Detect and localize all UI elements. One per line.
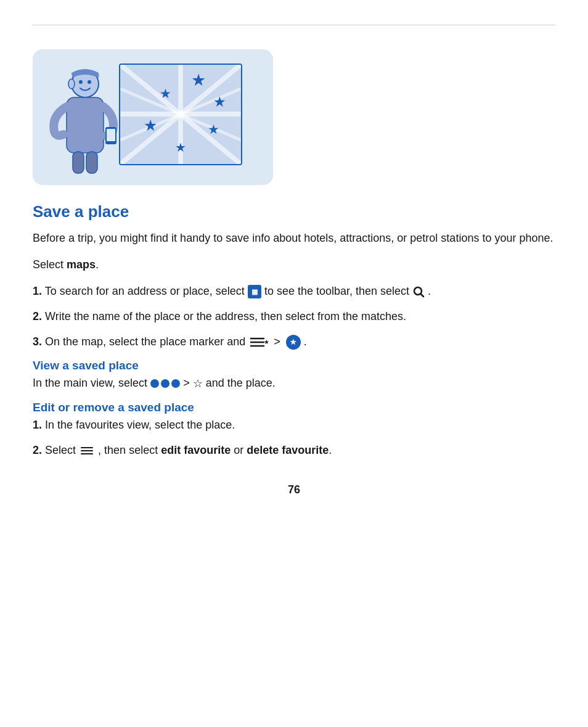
star-badge-icon: ★ [286, 335, 301, 350]
map-illustration: ★ ★ ★ ★ ★ ★ [119, 64, 242, 165]
view-saved-end: and the place. [206, 377, 276, 389]
svg-point-2 [88, 80, 91, 84]
menu-with-star-icon: ★ [250, 337, 269, 348]
svg-point-1 [79, 80, 83, 84]
step1-line: 1. To search for an address or place, se… [33, 283, 555, 300]
hamburger-line2 [81, 450, 93, 452]
view-saved-start: In the main view, select [33, 377, 147, 389]
step1-end-text: . [428, 285, 431, 297]
svg-rect-4 [67, 97, 104, 153]
dot1 [150, 379, 159, 388]
search-icon [412, 285, 425, 298]
page-number: 76 [33, 483, 555, 496]
step1-number: 1. [33, 285, 42, 297]
svg-line-23 [421, 294, 424, 297]
maps-bold: maps [67, 258, 96, 271]
step1-mid-text: to see the toolbar, then select [264, 285, 409, 297]
step1-text: To search for an address or place, selec… [45, 285, 245, 297]
edit-step2-mid: , then select [98, 444, 161, 456]
svg-text:★: ★ [213, 94, 226, 110]
main-content: ★ ★ ★ ★ ★ ★ Save a place Before a trip, … [0, 0, 588, 533]
svg-text:★: ★ [264, 339, 269, 345]
edit-step1-text: In the favourites view, select the place… [45, 419, 235, 431]
star-outline-icon: ☆ [193, 376, 203, 392]
illustration-container: ★ ★ ★ ★ ★ ★ [33, 49, 273, 185]
step3-final-text: . [304, 335, 307, 348]
svg-rect-8 [86, 152, 97, 173]
select-maps-period: . [96, 258, 99, 271]
select-maps-text: Select [33, 258, 67, 271]
dot3 [171, 379, 180, 388]
hamburger-line3 [81, 453, 93, 455]
hamburger-line1 [81, 447, 93, 449]
edit-step1-number: 1. [33, 419, 42, 431]
person-illustration [45, 60, 125, 175]
view-saved-text: In the main view, select > ☆ and the pla… [33, 375, 555, 392]
top-border [33, 25, 555, 25]
svg-text:★: ★ [160, 86, 171, 101]
svg-point-3 [68, 79, 75, 89]
view-saved-mid: > [183, 377, 190, 389]
toolbar-icon: ▦ [248, 285, 261, 298]
edit-step2-end: . [329, 444, 332, 456]
edit-step2-number: 2. [33, 444, 42, 456]
step3-end-text: > [274, 335, 280, 348]
delete-favourite-bold: delete favourite [247, 444, 329, 456]
select-maps-line: Select maps. [33, 257, 555, 273]
step3-line: 3. On the map, select the place marker a… [33, 334, 555, 350]
intro-text: Before a trip, you might find it handy t… [33, 230, 555, 247]
svg-text:★: ★ [144, 117, 157, 134]
step3-text: On the map, select the place marker and [45, 335, 245, 348]
edit-favourite-bold: edit favourite [161, 444, 231, 456]
edit-step2-line: 2. Select , then select edit favourite o… [33, 442, 555, 459]
view-saved-title: View a saved place [33, 359, 555, 372]
svg-text:★: ★ [191, 70, 206, 89]
svg-text:★: ★ [175, 141, 186, 154]
svg-rect-7 [73, 152, 84, 173]
step2-text: Write the name of the place or the addre… [45, 310, 406, 322]
edit-remove-title: Edit or remove a saved place [33, 401, 555, 414]
three-dots-icon [150, 379, 180, 388]
hamburger-icon [81, 447, 93, 455]
section-title: Save a place [33, 202, 555, 221]
step2-number: 2. [33, 310, 42, 322]
step3-number: 3. [33, 335, 42, 348]
edit-step2-or: or [231, 444, 247, 456]
svg-text:★: ★ [208, 122, 219, 137]
edit-step1-line: 1. In the favourites view, select the pl… [33, 417, 555, 433]
svg-rect-6 [107, 129, 115, 141]
edit-step2-start: Select [45, 444, 76, 456]
step2-line: 2. Write the name of the place or the ad… [33, 308, 555, 325]
dot2 [161, 379, 169, 388]
